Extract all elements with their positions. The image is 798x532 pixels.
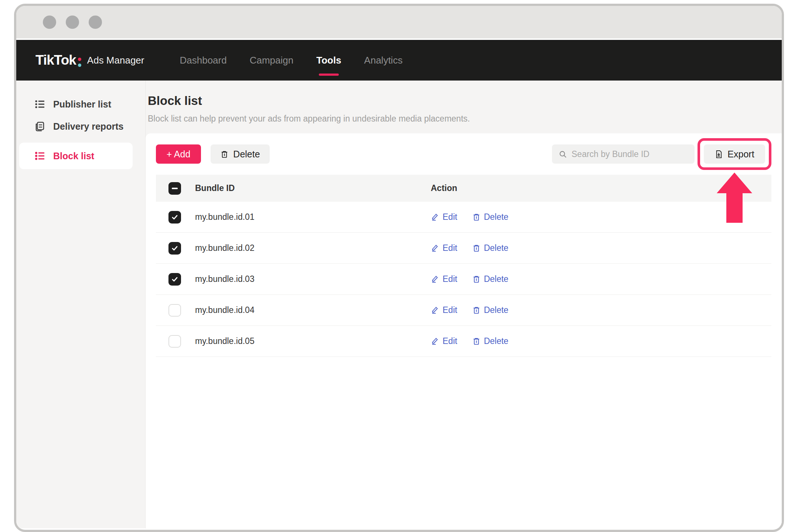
trash-icon (472, 306, 481, 314)
tiktok-logo: TikTok Ads Manager (35, 52, 144, 68)
select-all-checkbox[interactable] (168, 182, 181, 195)
block-list-table: Bundle ID Action my.bundle.id.01 Edit De… (156, 175, 771, 357)
list-icon (35, 151, 45, 161)
delete-link-label: Delete (484, 336, 508, 346)
sidebar-item-block-list[interactable]: Block list (19, 143, 133, 169)
row-checkbox-checked[interactable] (168, 211, 181, 224)
list-icon (35, 99, 45, 109)
bundle-id-cell: my.bundle.id.05 (195, 336, 431, 346)
app-window: TikTok Ads Manager Dashboard Campaign To… (14, 4, 784, 532)
edit-link-label: Edit (443, 212, 457, 222)
row-checkbox-checked[interactable] (168, 242, 181, 255)
edit-link[interactable]: Edit (431, 274, 457, 284)
column-header-bundle-id: Bundle ID (195, 183, 431, 193)
table-row: my.bundle.id.01 Edit Delete (156, 202, 771, 233)
nav-item-campaign[interactable]: Campaign (250, 47, 294, 74)
pencil-icon (431, 275, 439, 283)
annotation-arrow-up-icon (717, 173, 752, 223)
brand-name: TikTok (35, 52, 76, 68)
delete-link-label: Delete (484, 243, 508, 253)
trash-icon (472, 337, 481, 345)
main-content: Block list Block list can help prevent y… (146, 81, 782, 528)
tiktok-colon-icon (78, 58, 81, 67)
nav-item-analytics[interactable]: Analytics (364, 47, 403, 74)
page-subtitle: Block list can help prevent your ads fro… (148, 114, 782, 124)
export-button[interactable]: Export (704, 144, 765, 164)
delete-button[interactable]: Delete (211, 144, 270, 164)
edit-link[interactable]: Edit (431, 212, 457, 222)
export-file-icon (715, 150, 723, 158)
edit-link[interactable]: Edit (431, 243, 457, 253)
window-control-dot[interactable] (43, 16, 56, 29)
delete-link[interactable]: Delete (472, 305, 508, 315)
search-icon (559, 150, 567, 158)
toolbar: + Add Delete (156, 144, 771, 164)
window-control-dot[interactable] (66, 16, 79, 29)
add-button[interactable]: + Add (156, 144, 201, 164)
table-row: my.bundle.id.04 Edit Delete (156, 295, 771, 326)
sidebar-item-publisher-list[interactable]: Publisher list (16, 93, 145, 115)
delete-link-label: Delete (484, 274, 508, 284)
search-input[interactable] (572, 149, 688, 159)
delete-link[interactable]: Delete (472, 336, 508, 346)
sidebar-item-label: Delivery reports (53, 121, 123, 132)
bundle-id-cell: my.bundle.id.03 (195, 274, 431, 284)
bundle-id-cell: my.bundle.id.01 (195, 212, 431, 222)
row-checkbox-unchecked[interactable] (168, 335, 181, 348)
block-list-panel: + Add Delete (146, 133, 782, 528)
table-row: my.bundle.id.05 Edit Delete (156, 326, 771, 357)
export-highlight: Export (698, 138, 771, 170)
sidebar-item-label: Publisher list (53, 99, 111, 110)
pencil-icon (431, 337, 439, 345)
sidebar-item-label: Block list (53, 151, 94, 161)
edit-link-label: Edit (443, 305, 457, 315)
row-checkbox-unchecked[interactable] (168, 304, 181, 317)
edit-link[interactable]: Edit (431, 305, 457, 315)
table-header: Bundle ID Action (156, 175, 771, 202)
delete-link[interactable]: Delete (472, 243, 508, 253)
edit-link-label: Edit (443, 243, 457, 253)
top-nav: TikTok Ads Manager Dashboard Campaign To… (16, 40, 782, 81)
page-title: Block list (148, 94, 782, 108)
nav-item-dashboard[interactable]: Dashboard (180, 47, 226, 74)
delete-link[interactable]: Delete (472, 274, 508, 284)
delete-link-label: Delete (484, 305, 508, 315)
table-row: my.bundle.id.02 Edit Delete (156, 233, 771, 264)
sidebar-item-delivery-reports[interactable]: Delivery reports (16, 115, 145, 137)
edit-link-label: Edit (443, 274, 457, 284)
trash-icon (220, 150, 229, 158)
table-row: my.bundle.id.03 Edit Delete (156, 264, 771, 295)
bundle-id-cell: my.bundle.id.04 (195, 305, 431, 315)
pencil-icon (431, 306, 439, 314)
bundle-id-cell: my.bundle.id.02 (195, 243, 431, 253)
edit-link[interactable]: Edit (431, 336, 457, 346)
delete-link-label: Delete (484, 212, 508, 222)
edit-link-label: Edit (443, 336, 457, 346)
pencil-icon (431, 244, 439, 252)
trash-icon (472, 244, 481, 252)
window-titlebar (16, 6, 782, 38)
search-box (552, 144, 695, 164)
content-area: Publisher list Delivery reports Block li… (16, 81, 782, 528)
export-button-label: Export (727, 149, 754, 160)
sidebar: Publisher list Delivery reports Block li… (16, 81, 146, 528)
brand-suffix: Ads Manager (87, 55, 144, 66)
window-control-dot[interactable] (89, 16, 102, 29)
document-icon (35, 121, 45, 132)
pencil-icon (431, 213, 439, 221)
trash-icon (472, 213, 481, 221)
nav-items: Dashboard Campaign Tools Analytics (180, 47, 402, 74)
delete-button-label: Delete (233, 149, 260, 160)
row-checkbox-checked[interactable] (168, 273, 181, 286)
nav-item-tools[interactable]: Tools (316, 47, 341, 74)
trash-icon (472, 275, 481, 283)
delete-link[interactable]: Delete (472, 212, 508, 222)
